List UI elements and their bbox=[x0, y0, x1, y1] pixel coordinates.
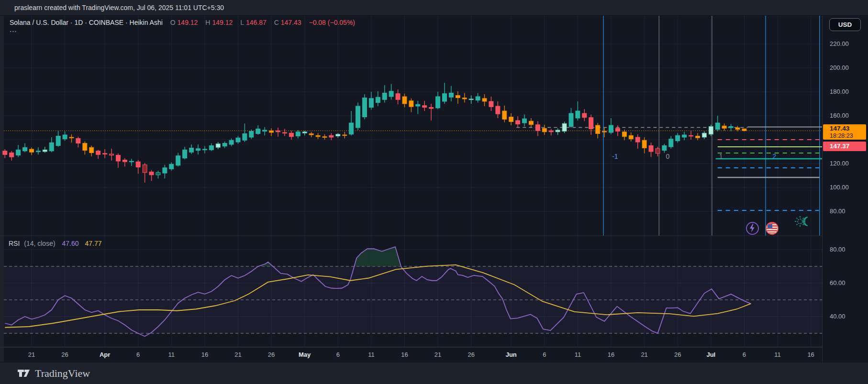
candle bbox=[443, 94, 447, 101]
time-axis-label: 16 bbox=[807, 351, 814, 358]
candle bbox=[629, 135, 633, 139]
candle bbox=[223, 143, 227, 146]
rsi-title[interactable]: RSI bbox=[9, 240, 20, 247]
candle bbox=[489, 101, 493, 107]
candle bbox=[209, 146, 213, 150]
candle bbox=[729, 127, 733, 128]
price-axis-label: 180.00 bbox=[830, 88, 849, 95]
time-axis-label: 26 bbox=[467, 351, 474, 358]
candle bbox=[163, 168, 167, 173]
symbol-header[interactable]: Solana / U.S. Dollar · 1D · COINBASE · H… bbox=[10, 19, 357, 26]
candle bbox=[16, 150, 21, 155]
footer-bar: TradingView bbox=[0, 362, 868, 384]
change-value: −0.08 (−0.05%) bbox=[309, 19, 355, 26]
time-axis-label: 16 bbox=[201, 351, 208, 358]
time-axis-label: Apr bbox=[100, 351, 110, 358]
time-axis-label: 11 bbox=[774, 351, 781, 358]
candle bbox=[343, 135, 347, 136]
candle bbox=[289, 133, 293, 137]
close-value: 147.43 bbox=[281, 19, 301, 26]
rsi-axis-label: 60.00 bbox=[830, 279, 846, 286]
candle bbox=[69, 137, 74, 138]
time-axis-label: 6 bbox=[336, 351, 340, 358]
candle bbox=[549, 131, 553, 132]
candle bbox=[96, 151, 100, 155]
candle bbox=[202, 149, 207, 150]
candle bbox=[695, 136, 700, 138]
candle bbox=[249, 132, 254, 138]
candle bbox=[323, 137, 327, 138]
candle bbox=[136, 162, 140, 167]
candle bbox=[429, 108, 434, 109]
candle bbox=[116, 155, 120, 162]
candle bbox=[449, 93, 453, 98]
candle bbox=[89, 147, 94, 153]
time-axis-label: May bbox=[299, 351, 311, 358]
tradingview-window: praslearn created with TradingView.com, … bbox=[0, 0, 868, 384]
us-flag-marker-icon bbox=[766, 222, 779, 235]
candle bbox=[589, 118, 593, 129]
candle bbox=[662, 146, 667, 151]
price-axis-label: 80.00 bbox=[830, 208, 846, 215]
candle bbox=[216, 144, 220, 148]
time-axis-label: 26 bbox=[674, 351, 681, 358]
candle bbox=[156, 173, 160, 175]
candle bbox=[635, 137, 640, 142]
candle bbox=[389, 91, 393, 97]
candle bbox=[183, 150, 187, 158]
candle bbox=[416, 104, 420, 106]
candle bbox=[362, 98, 367, 117]
time-axis-label: 16 bbox=[401, 351, 408, 358]
wave-count-label: 1 bbox=[719, 153, 723, 160]
price-axis[interactable]: USD 220.00200.00180.00160.00120.00100.00… bbox=[822, 16, 868, 362]
candle bbox=[402, 97, 407, 104]
price-axis-label: 160.00 bbox=[830, 112, 849, 119]
candle bbox=[669, 139, 673, 147]
time-axis-label: 11 bbox=[368, 351, 375, 358]
wave-count-label: -1 bbox=[612, 153, 618, 160]
candle bbox=[229, 140, 234, 144]
tradingview-logo[interactable]: TradingView bbox=[17, 367, 90, 380]
candle bbox=[349, 123, 354, 134]
time-axis-label: 16 bbox=[608, 351, 614, 358]
candle bbox=[143, 165, 147, 173]
candle bbox=[456, 96, 460, 98]
time-axis-label: 21 bbox=[641, 351, 647, 358]
more-button[interactable]: ... bbox=[10, 25, 17, 33]
candle bbox=[122, 160, 127, 162]
wave-count-label: 2 bbox=[772, 153, 776, 160]
symbol-title[interactable]: Solana / U.S. Dollar · 1D · COINBASE · H… bbox=[10, 19, 163, 26]
candle bbox=[742, 129, 746, 131]
candle bbox=[382, 93, 387, 100]
candle bbox=[689, 135, 693, 136]
tradingview-logo-text: TradingView bbox=[35, 367, 90, 380]
price-axis-label: 100.00 bbox=[830, 184, 849, 191]
last-price-badge[interactable]: 147.43 18:28:23 bbox=[823, 124, 866, 140]
secondary-price-badge[interactable]: 147.37 bbox=[823, 142, 866, 151]
time-axis[interactable]: 2126Apr611162126May611162126Jun611162126… bbox=[0, 347, 822, 362]
low-value: 146.87 bbox=[246, 19, 267, 26]
candle bbox=[369, 99, 373, 108]
candle bbox=[469, 99, 473, 100]
candle bbox=[296, 132, 300, 136]
candle bbox=[396, 94, 400, 100]
candle bbox=[596, 125, 600, 134]
rsi-axis-label: 80.00 bbox=[830, 246, 846, 253]
rsi-header[interactable]: RSI (14, close) 47.60 47.77 bbox=[9, 240, 101, 247]
candle bbox=[423, 106, 427, 108]
candle bbox=[356, 106, 360, 128]
secondary-price-value: 147.37 bbox=[830, 142, 866, 151]
candle bbox=[609, 125, 613, 132]
candle bbox=[376, 97, 380, 102]
flag-canton bbox=[768, 224, 772, 228]
candle bbox=[502, 111, 507, 120]
chart-canvas[interactable] bbox=[0, 0, 868, 384]
candle bbox=[149, 172, 154, 175]
candle bbox=[482, 99, 487, 101]
candle bbox=[236, 138, 240, 142]
candle bbox=[36, 151, 40, 152]
candle bbox=[436, 97, 440, 108]
candle bbox=[715, 123, 720, 130]
currency-button[interactable]: USD bbox=[829, 18, 861, 31]
candle bbox=[49, 143, 54, 151]
